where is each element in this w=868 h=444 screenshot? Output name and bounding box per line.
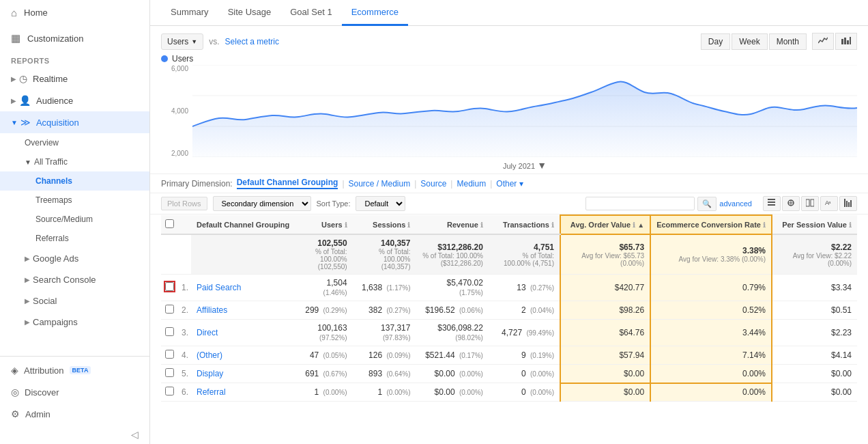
sessions-pct-4: (0.09%): [386, 352, 410, 359]
col-revenue[interactable]: Revenue ℹ: [416, 215, 488, 234]
col-checkbox[interactable]: [161, 215, 177, 234]
col-transactions[interactable]: Transactions ℹ: [489, 215, 560, 234]
sidebar-item-treemaps[interactable]: Treemaps: [0, 191, 149, 210]
psv-2: $0.51: [831, 305, 852, 315]
table-view-button[interactable]: [763, 196, 781, 211]
sparkline-button[interactable]: [839, 196, 857, 211]
line-chart-button[interactable]: [812, 33, 834, 50]
revenue-4: $521.44: [425, 350, 454, 360]
transactions-2: 2: [521, 305, 526, 315]
total-ecr-sub: Avg for View: 3.38% (0.00%): [656, 255, 766, 263]
dim-source-medium[interactable]: Source / Medium: [349, 179, 411, 189]
sidebar: ⌂ Home ▦ Customization REPORTS ▶ ◷ Realt…: [0, 0, 150, 444]
sidebar-item-home[interactable]: ⌂ Home: [0, 0, 149, 25]
col-users[interactable]: Users ℹ: [295, 215, 352, 234]
sidebar-item-channels[interactable]: Channels: [0, 171, 149, 191]
col-channel[interactable]: Default Channel Grouping: [191, 215, 295, 234]
table-wrapper: Default Channel Grouping Users ℹ Session…: [150, 214, 868, 444]
week-button[interactable]: Week: [732, 33, 767, 50]
sidebar-item-campaigns[interactable]: ▶ Campaigns: [0, 311, 149, 333]
advanced-link[interactable]: advanced: [719, 199, 752, 208]
comparison-view-button[interactable]: [801, 196, 819, 211]
day-button[interactable]: Day: [701, 33, 730, 50]
bar-chart-button[interactable]: [835, 33, 857, 50]
sidebar-item-overview[interactable]: Overview: [0, 133, 149, 152]
dim-other[interactable]: Other ▾: [496, 179, 523, 189]
all-traffic-label: All Traffic: [34, 157, 68, 167]
sessions-1: 1,638: [362, 283, 382, 292]
psv-4: $4.14: [831, 350, 852, 360]
secondary-dimension-select[interactable]: Secondary dimension: [213, 196, 311, 211]
search-button[interactable]: 🔍: [697, 197, 717, 211]
revenue-pct-3: (98.02%): [455, 334, 483, 342]
dim-medium[interactable]: Medium: [457, 179, 486, 189]
sort-type-select[interactable]: Default: [356, 196, 405, 211]
users-5: 691: [305, 369, 319, 378]
col-sessions[interactable]: Sessions ℹ: [353, 215, 416, 234]
aov-6: $0.00: [624, 387, 644, 397]
pivot-view-button[interactable]: [782, 196, 800, 211]
sidebar-item-all-traffic[interactable]: ▼ All Traffic: [0, 152, 149, 171]
select-metric-link[interactable]: Select a metric: [225, 37, 279, 46]
campaigns-label: Campaigns: [33, 317, 78, 327]
row-checkbox-5[interactable]: [165, 368, 174, 377]
sidebar-item-customization[interactable]: ▦ Customization: [0, 25, 149, 51]
sidebar-item-attribution[interactable]: ◈ Attribution BETA: [0, 359, 149, 381]
table-toolbar: Plot Rows Secondary dimension Sort Type:…: [150, 193, 868, 214]
sidebar-item-source-medium[interactable]: Source/Medium: [0, 210, 149, 229]
sidebar-item-realtime[interactable]: ▶ ◷ Realtime: [0, 68, 149, 89]
sidebar-item-acquisition[interactable]: ▼ ≫ Acquisition: [0, 111, 149, 133]
sidebar-item-admin[interactable]: ⚙ Admin: [0, 403, 149, 425]
expand-icon-acquisition: ▼: [11, 119, 18, 126]
sidebar-item-referrals[interactable]: Referrals: [0, 229, 149, 248]
metric-dropdown[interactable]: Users ▼: [161, 33, 203, 50]
table-row: 4. (Other) 47 (0.05%) 126 (0.09%) $521.4…: [161, 346, 857, 365]
sidebar-item-search-console[interactable]: ▶ Search Console: [0, 269, 149, 290]
svg-rect-0: [841, 39, 843, 44]
row-checkbox-4[interactable]: [165, 350, 174, 359]
total-users-pct: % of Total: 100.00% (102,550): [300, 248, 347, 270]
search-input[interactable]: [585, 197, 695, 210]
channel-link-1[interactable]: Paid Search: [197, 283, 241, 292]
acquisition-label: Acquisition: [36, 117, 79, 128]
row-checkbox-2[interactable]: [165, 305, 174, 314]
channel-link-4[interactable]: (Other): [197, 350, 222, 360]
tab-goal-set-1[interactable]: Goal Set 1: [280, 0, 341, 26]
select-all-checkbox[interactable]: [165, 219, 174, 228]
plot-rows-button[interactable]: Plot Rows: [161, 197, 207, 210]
sidebar-item-social[interactable]: ▶ Social: [0, 290, 149, 311]
tab-ecommerce[interactable]: Ecommerce: [342, 0, 408, 26]
sidebar-item-discover[interactable]: ◎ Discover: [0, 381, 149, 403]
admin-icon: ⚙: [11, 408, 20, 419]
row-checkbox-3[interactable]: [165, 327, 174, 336]
dim-default-channel[interactable]: Default Channel Grouping: [237, 178, 338, 189]
psv-3: $2.23: [831, 328, 852, 337]
y-label-6000: 6,000: [161, 65, 188, 72]
channel-link-5[interactable]: Display: [197, 369, 223, 378]
total-revenue-pct: % of Total: 100.00% ($312,286.20): [421, 252, 482, 267]
channel-link-6[interactable]: Referral: [197, 387, 226, 397]
home-icon: ⌂: [11, 7, 17, 18]
chart-controls: Users ▼ vs. Select a metric Day Week Mon…: [161, 33, 857, 50]
sidebar-item-audience[interactable]: ▶ 👤 Audience: [0, 89, 149, 111]
month-button[interactable]: Month: [769, 33, 807, 50]
col-ecommerce-conversion-rate[interactable]: Ecommerce Conversion Rate ℹ: [650, 215, 772, 234]
col-per-session-value[interactable]: Per Session Value ℹ: [772, 215, 857, 234]
sidebar-collapse-button[interactable]: ◁: [0, 425, 149, 444]
row-checkbox-6[interactable]: [165, 387, 174, 396]
total-psv: $2.22: [778, 242, 852, 252]
sidebar-item-google-ads[interactable]: ▶ Google Ads: [0, 248, 149, 269]
table-row: 3. Direct 100,163 (97.52%) 137,317 (97.8…: [161, 320, 857, 346]
term-cloud-button[interactable]: Aa: [820, 196, 838, 211]
aov-2: $98.26: [619, 305, 644, 315]
channel-link-3[interactable]: Direct: [197, 328, 218, 337]
svg-rect-1: [844, 38, 846, 44]
channel-link-2[interactable]: Affiliates: [197, 305, 227, 315]
dim-source[interactable]: Source: [420, 179, 446, 189]
row-checkbox-1[interactable]: [165, 282, 174, 291]
tab-site-usage[interactable]: Site Usage: [218, 0, 281, 26]
col-avg-order-value[interactable]: Avg. Order Value ℹ ▲: [560, 215, 650, 234]
audience-label: Audience: [36, 96, 73, 106]
tab-summary[interactable]: Summary: [161, 0, 218, 26]
revenue-pct-1: (1.75%): [459, 289, 483, 296]
